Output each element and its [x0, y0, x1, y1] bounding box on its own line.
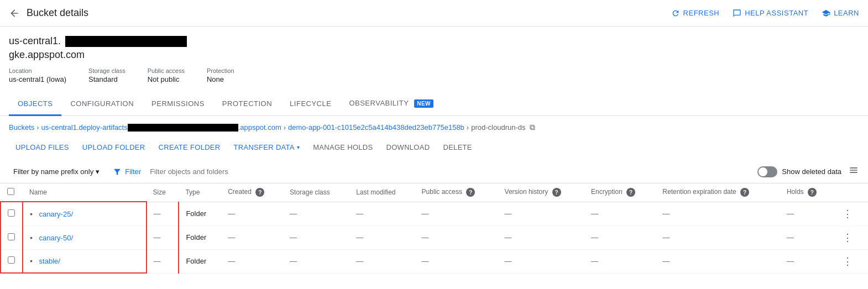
- row-checkbox[interactable]: [8, 209, 15, 217]
- row-checkbox-cell: [1, 249, 23, 273]
- row-size-cell: —: [147, 249, 179, 273]
- breadcrumb-path3: prod-cloudrun-ds: [471, 123, 525, 132]
- filter-prefix-button[interactable]: Filter by name prefix only ▾: [9, 165, 104, 178]
- row-storage-class-cell: —: [283, 249, 349, 273]
- meta-storage-class-value: Standard: [88, 75, 126, 83]
- table-row: ▪ stable/ — Folder — — — — — — — — ⋮: [1, 249, 868, 273]
- row-holds-cell: —: [780, 249, 834, 273]
- th-last-modified-label: Last modified: [356, 188, 395, 196]
- row-checkbox[interactable]: [8, 256, 15, 264]
- table-row: ▪ canary-25/ — Folder — — — — — — — — ⋮: [1, 202, 868, 225]
- row-version-history-cell: —: [498, 202, 585, 225]
- row-retention-cell: —: [656, 202, 780, 225]
- row-created-cell: —: [221, 225, 283, 249]
- row-created-cell: —: [221, 249, 283, 273]
- public-access-info-icon[interactable]: ?: [466, 188, 475, 197]
- upload-files-button[interactable]: UPLOAD FILES: [9, 139, 76, 156]
- encryption-info-icon[interactable]: ?: [626, 188, 635, 197]
- retention-info-icon[interactable]: ?: [740, 188, 749, 197]
- bucket-domain: gke.appspot.com: [9, 49, 859, 61]
- table-container: Name Size Type Created ? Storage class L…: [0, 183, 868, 274]
- select-all-checkbox[interactable]: [7, 188, 14, 195]
- transfer-data-button[interactable]: TRANSFER DATA ▾: [227, 139, 307, 156]
- header-right: REFRESH HELP ASSISTANT LEARN: [671, 9, 859, 18]
- breadcrumb-path1[interactable]: us-central1.deploy-artifacts.appspot.com: [41, 123, 281, 132]
- row-retention-cell: —: [656, 249, 780, 273]
- breadcrumb-redacted: [128, 124, 238, 132]
- learn-action[interactable]: LEARN: [822, 9, 859, 18]
- delete-button[interactable]: DELETE: [436, 139, 478, 156]
- row-encryption-cell: —: [584, 225, 656, 249]
- show-deleted-label: Show deleted data: [782, 167, 841, 176]
- folder-icon: ▪: [30, 233, 33, 242]
- column-toggle-icon[interactable]: [848, 165, 859, 178]
- row-name-cell: ▪ canary-50/: [23, 225, 147, 249]
- th-version-history: Version history ?: [498, 183, 585, 202]
- folder-link[interactable]: canary-25/: [39, 210, 73, 218]
- back-button[interactable]: [9, 8, 20, 19]
- created-info-icon[interactable]: ?: [255, 188, 264, 197]
- row-size-cell: —: [147, 202, 179, 225]
- row-menu-cell: ⋮: [834, 225, 868, 249]
- breadcrumb-buckets[interactable]: Buckets: [9, 123, 34, 132]
- row-type-cell: Folder: [179, 249, 221, 273]
- th-storage-class: Storage class: [283, 183, 349, 202]
- filter-input[interactable]: [150, 167, 753, 176]
- tab-lifecycle[interactable]: LIFECYCLE: [281, 93, 340, 116]
- holds-info-icon[interactable]: ?: [808, 188, 817, 197]
- tab-objects[interactable]: OBJECTS: [9, 93, 61, 116]
- page-title: Bucket details: [27, 7, 88, 19]
- filter-button[interactable]: Filter: [108, 165, 145, 178]
- meta-public-access-label: Public access: [148, 67, 185, 74]
- row-type-cell: Folder: [179, 202, 221, 225]
- version-history-info-icon[interactable]: ?: [552, 188, 561, 197]
- th-encryption: Encryption ?: [584, 183, 656, 202]
- breadcrumb-sep-2: ›: [284, 123, 286, 132]
- tab-permissions[interactable]: PERMISSIONS: [143, 93, 213, 116]
- th-created: Created ?: [221, 183, 283, 202]
- create-folder-button[interactable]: CREATE FOLDER: [152, 139, 227, 156]
- row-context-menu-icon[interactable]: ⋮: [840, 208, 855, 219]
- download-button[interactable]: DOWNLOAD: [379, 139, 436, 156]
- th-name-label: Name: [29, 188, 47, 196]
- tab-configuration[interactable]: CONFIGURATION: [61, 93, 143, 116]
- show-deleted-toggle[interactable]: [757, 166, 777, 177]
- help-assistant-action[interactable]: HELP ASSISTANT: [733, 9, 808, 18]
- breadcrumb-path1-prefix: us-central1.deploy-artifacts: [41, 123, 128, 132]
- tab-observability[interactable]: OBSERVABILITY NEW: [340, 92, 442, 116]
- th-version-history-label: Version history: [505, 188, 548, 196]
- th-created-label: Created: [228, 188, 252, 196]
- bucket-meta: Location us-central1 (Iowa) Storage clas…: [9, 67, 859, 83]
- folder-link[interactable]: canary-50/: [39, 234, 73, 242]
- objects-table: Name Size Type Created ? Storage class L…: [0, 183, 868, 274]
- bucket-name-redacted: [65, 36, 187, 47]
- breadcrumb-path2[interactable]: demo-app-001-c1015e2c5a414b438ded23eb775…: [288, 123, 464, 132]
- row-retention-cell: —: [656, 225, 780, 249]
- row-last-modified-cell: —: [349, 225, 415, 249]
- show-deleted-toggle-container: Show deleted data: [757, 166, 841, 177]
- refresh-action[interactable]: REFRESH: [671, 9, 720, 18]
- row-holds-cell: —: [780, 202, 834, 225]
- manage-holds-button[interactable]: MANAGE HOLDS: [306, 139, 379, 156]
- row-public-access-cell: —: [415, 202, 498, 225]
- th-checkbox: [1, 183, 23, 202]
- tab-protection[interactable]: PROTECTION: [213, 93, 281, 116]
- row-checkbox-cell: [1, 202, 23, 225]
- th-last-modified: Last modified: [349, 183, 415, 202]
- th-encryption-label: Encryption: [591, 188, 623, 196]
- th-retention-label: Retention expiration date: [662, 188, 736, 196]
- th-holds: Holds ?: [780, 183, 834, 202]
- meta-protection: Protection None: [207, 67, 234, 83]
- folder-link[interactable]: stable/: [39, 257, 60, 265]
- table-body: ▪ canary-25/ — Folder — — — — — — — — ⋮ …: [1, 202, 868, 273]
- row-size-cell: —: [147, 225, 179, 249]
- copy-path-icon[interactable]: ⧉: [530, 123, 535, 132]
- row-checkbox[interactable]: [8, 233, 15, 240]
- row-storage-class-cell: —: [283, 225, 349, 249]
- upload-folder-button[interactable]: UPLOAD FOLDER: [76, 139, 152, 156]
- row-context-menu-icon[interactable]: ⋮: [840, 256, 855, 267]
- row-context-menu-icon[interactable]: ⋮: [840, 232, 855, 243]
- th-menu: [834, 183, 868, 202]
- row-public-access-cell: —: [415, 249, 498, 273]
- filter-label: Filter: [125, 167, 141, 176]
